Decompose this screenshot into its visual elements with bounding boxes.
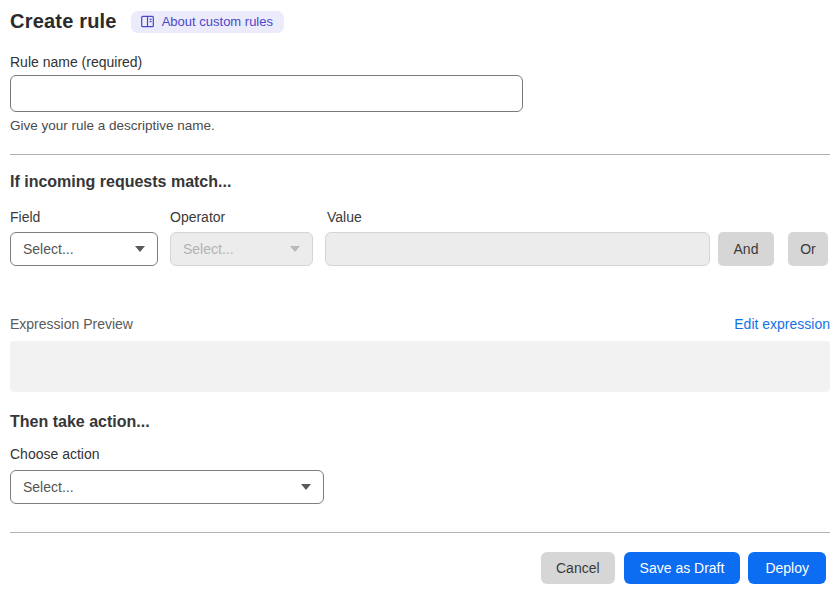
- expression-preview-label: Expression Preview: [10, 316, 133, 332]
- match-controls-row: Select... Select... And Or: [10, 232, 830, 266]
- book-icon: [140, 14, 155, 29]
- choose-action-label: Choose action: [10, 446, 830, 462]
- divider-bottom: [10, 532, 830, 533]
- field-select[interactable]: Select...: [10, 232, 158, 266]
- and-button[interactable]: And: [718, 232, 774, 266]
- save-as-draft-button[interactable]: Save as Draft: [624, 552, 741, 584]
- chevron-down-icon: [290, 246, 300, 252]
- page-title: Create rule: [10, 10, 117, 33]
- match-section-heading: If incoming requests match...: [10, 173, 830, 191]
- operator-label: Operator: [170, 209, 327, 225]
- operator-select-value: Select...: [183, 241, 234, 257]
- value-input: [325, 232, 710, 266]
- action-section-heading: Then take action...: [10, 413, 830, 431]
- about-custom-rules-badge[interactable]: About custom rules: [131, 11, 284, 33]
- operator-select: Select...: [170, 232, 313, 266]
- footer-actions: Cancel Save as Draft Deploy: [10, 552, 830, 584]
- edit-expression-link[interactable]: Edit expression: [734, 316, 830, 332]
- match-column-labels: Field Operator Value: [10, 209, 830, 225]
- page-header: Create rule About custom rules: [10, 10, 830, 33]
- expression-preview-box: [10, 341, 830, 392]
- create-rule-page: Create rule About custom rules Rule name…: [0, 0, 839, 584]
- about-custom-rules-label: About custom rules: [162, 14, 273, 29]
- field-select-value: Select...: [23, 241, 74, 257]
- chevron-down-icon: [301, 484, 311, 490]
- or-button[interactable]: Or: [788, 232, 828, 266]
- rule-name-helper-text: Give your rule a descriptive name.: [10, 118, 830, 133]
- deploy-button[interactable]: Deploy: [748, 552, 826, 584]
- action-select-value: Select...: [23, 479, 74, 495]
- rule-name-input[interactable]: [10, 75, 523, 112]
- rule-name-label: Rule name (required): [10, 54, 830, 70]
- action-select[interactable]: Select...: [10, 470, 324, 504]
- expression-preview-row: Expression Preview Edit expression: [10, 316, 830, 332]
- field-label: Field: [10, 209, 170, 225]
- value-label: Value: [327, 209, 830, 225]
- divider-top: [10, 154, 830, 155]
- cancel-button[interactable]: Cancel: [541, 552, 615, 584]
- chevron-down-icon: [135, 246, 145, 252]
